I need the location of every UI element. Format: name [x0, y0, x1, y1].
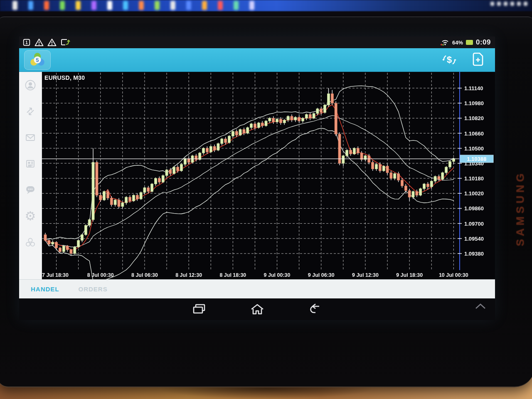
svg-text:9 Jul 12:30: 9 Jul 12:30 — [352, 272, 379, 278]
svg-text:9 Jul 18:30: 9 Jul 18:30 — [396, 272, 423, 278]
warning-icon[interactable] — [47, 38, 57, 47]
app-sidebar: ⚙ — [19, 72, 42, 279]
svg-text:1.10820: 1.10820 — [464, 115, 484, 121]
background-taskbar — [0, 0, 532, 11]
svg-text:10 Jul 00:30: 10 Jul 00:30 — [439, 272, 468, 278]
svg-text:8 Jul 00:30: 8 Jul 00:30 — [87, 272, 114, 278]
sidebar-item-settings[interactable]: ⚙ — [19, 203, 42, 229]
metatrader5-logo-icon: 5 — [29, 51, 46, 69]
clock: 0:09 — [476, 38, 491, 47]
svg-text:1.10388: 1.10388 — [467, 156, 487, 162]
warning-icon[interactable] — [34, 38, 44, 47]
svg-text:1.10020: 1.10020 — [464, 190, 484, 197]
svg-text:7 Jul 18:30: 7 Jul 18:30 — [42, 272, 69, 278]
svg-text:1.10500: 1.10500 — [464, 145, 484, 152]
mail-icon — [25, 132, 36, 143]
gear-icon: ⚙ — [25, 210, 36, 222]
wifi-activity-icon — [440, 39, 449, 46]
tab-orders[interactable]: ORDERS — [79, 286, 108, 293]
home-button[interactable] — [250, 303, 265, 315]
candlestick-chart-svg[interactable]: 1.111401.109801.108201.106601.105001.103… — [42, 72, 495, 279]
svg-text:1.09860: 1.09860 — [464, 205, 484, 212]
battery-percent: 64% — [452, 39, 463, 46]
sidebar-item-mail[interactable] — [19, 124, 42, 150]
svg-text:9 Jul 00:30: 9 Jul 00:30 — [264, 272, 291, 278]
sidebar-item-chat[interactable] — [19, 177, 42, 203]
metatrader-logo-button[interactable]: 5 — [24, 50, 51, 70]
sidebar-item-about[interactable] — [19, 229, 42, 255]
back-button[interactable] — [308, 303, 323, 315]
svg-text:1.10980: 1.10980 — [464, 100, 484, 106]
sidebar-item-trade[interactable] — [19, 98, 42, 124]
mql5-community-icon — [25, 236, 36, 248]
notification-count-icon[interactable]: 1 — [22, 38, 31, 47]
recent-apps-button[interactable] — [192, 303, 206, 315]
trade-arrows-icon — [25, 106, 36, 117]
svg-text:8 Jul 12:30: 8 Jul 12:30 — [175, 272, 202, 278]
bottom-tab-bar: HANDEL ORDERS — [19, 279, 495, 298]
svg-text:1.10660: 1.10660 — [464, 131, 484, 137]
svg-text:1.09540: 1.09540 — [464, 236, 484, 242]
svg-text:5: 5 — [36, 57, 39, 63]
battery-icon — [466, 40, 473, 45]
sidebar-item-news[interactable] — [19, 150, 42, 177]
svg-text:1.09700: 1.09700 — [464, 221, 484, 227]
background-monitor — [0, 0, 532, 17]
sidebar-item-quotes[interactable] — [19, 72, 42, 98]
account-icon — [25, 79, 36, 91]
svg-text:9 Jul 06:30: 9 Jul 06:30 — [308, 272, 335, 278]
currency-exchange-button[interactable]: $ — [441, 53, 458, 67]
new-order-button[interactable] — [472, 52, 484, 67]
chat-icon — [25, 184, 36, 196]
app-toolbar: 5 $ — [19, 48, 495, 72]
svg-text:8 Jul 18:30: 8 Jul 18:30 — [219, 272, 246, 278]
screenshot-icon[interactable] — [60, 38, 70, 47]
tablet-screen: 1 — [19, 37, 495, 320]
svg-text:1.09380: 1.09380 — [464, 251, 484, 257]
samsung-logo: SAMSUNG — [512, 154, 529, 262]
svg-text:1.11140: 1.11140 — [464, 85, 483, 91]
chart-symbol-label: EURUSD, M30 — [44, 74, 85, 81]
photo-of-tablet: { "status_bar": { "notification_badge": … — [0, 0, 532, 399]
android-nav-bar — [19, 298, 495, 320]
svg-text:8 Jul 06:30: 8 Jul 06:30 — [131, 272, 158, 278]
svg-text:$: $ — [447, 54, 452, 65]
price-chart[interactable]: EURUSD, M30 1.111401.109801.108201.10660… — [42, 72, 495, 279]
svg-text:1: 1 — [25, 40, 28, 45]
svg-text:1.10180: 1.10180 — [464, 175, 484, 182]
chevron-up-icon[interactable] — [473, 303, 488, 310]
tab-trade[interactable]: HANDEL — [31, 286, 59, 293]
android-status-bar: 1 — [19, 37, 495, 48]
news-icon — [25, 158, 36, 170]
